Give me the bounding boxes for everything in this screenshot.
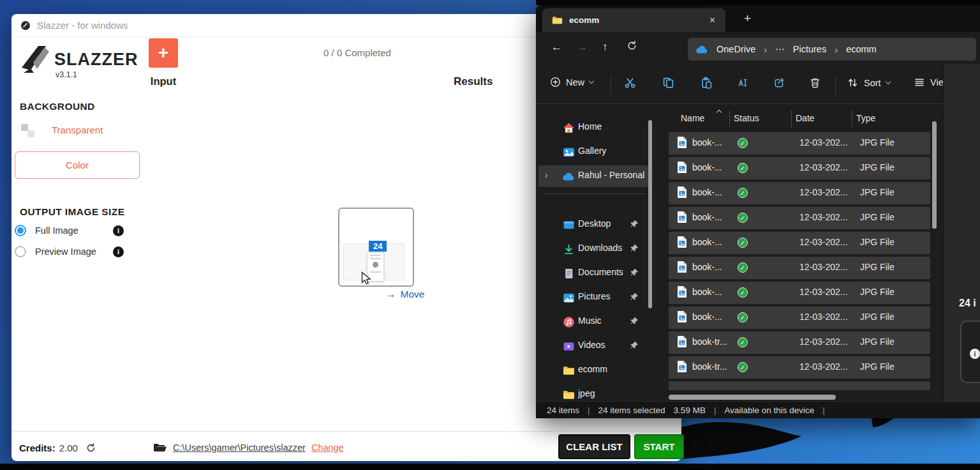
refresh-button[interactable]	[627, 40, 637, 51]
vertical-scrollbar[interactable]	[932, 121, 937, 229]
sidebar-item-videos[interactable]: Videos	[536, 334, 657, 358]
explorer-tab-ecomm[interactable]: ecomm ×	[542, 8, 725, 32]
column-divider[interactable]	[852, 110, 852, 127]
tab-close-icon[interactable]: ×	[707, 15, 718, 26]
file-type: JPG File	[860, 361, 895, 372]
cut-button[interactable]	[624, 77, 636, 89]
add-input-button[interactable]: +	[149, 38, 178, 68]
sort-button[interactable]: Sort	[847, 77, 890, 89]
file-rows: book-... ✓ 12-03-202... JPG File book-..…	[664, 132, 944, 393]
horizontal-scrollbar[interactable]	[669, 395, 836, 400]
transparent-option[interactable]: Transparent	[21, 123, 103, 137]
jpg-file-icon	[677, 236, 687, 248]
column-header-type[interactable]: Type	[856, 113, 875, 123]
radio-full-image[interactable]: Full Image i	[15, 225, 124, 236]
jpg-file-icon	[677, 186, 687, 199]
sidebar-item-gallery[interactable]: Gallery	[536, 140, 657, 164]
desktop-icon	[563, 219, 575, 231]
start-button[interactable]: START	[634, 434, 684, 459]
file-type: JPG File	[860, 287, 895, 297]
breadcrumb-ecomm[interactable]: ecomm	[846, 44, 877, 54]
output-path-link[interactable]: C:\Users\gamer\Pictures\slazzer	[173, 443, 306, 453]
input-column-label: Input	[144, 75, 182, 87]
column-header-name[interactable]: Name	[681, 113, 704, 123]
breadcrumb-pictures[interactable]: Pictures	[793, 44, 826, 54]
column-divider[interactable]	[729, 110, 730, 127]
file-row[interactable]: book-tr... ✓ 12-03-202... JPG File	[669, 356, 930, 379]
move-arrow-icon: →	[386, 289, 396, 300]
file-list-header: Name Status Date Type	[664, 109, 944, 128]
column-header-status[interactable]: Status	[734, 113, 759, 123]
new-button-label: New	[566, 77, 584, 87]
file-row[interactable]: book-... ✓ 12-03-202... JPG File	[669, 157, 930, 179]
progress-counter: 0 / 0 Completed	[290, 47, 424, 58]
radio-preview-image[interactable]: Preview Image i	[15, 246, 124, 257]
radio-selected-icon[interactable]	[15, 225, 26, 236]
info-icon[interactable]: i	[113, 246, 124, 257]
output-size-section-title: OUTPUT IMAGE SIZE	[20, 206, 124, 218]
jpg-file-icon	[677, 335, 687, 348]
file-row[interactable]: book-... ✓ 12-03-202... JPG File	[669, 182, 930, 204]
jpg-file-icon	[677, 211, 687, 224]
file-row-partial[interactable]	[669, 381, 930, 390]
refresh-credits-icon[interactable]	[85, 443, 96, 453]
status-separator: |	[822, 406, 825, 415]
sidebar-item-documents[interactable]: Documents	[536, 261, 657, 285]
breadcrumb-onedrive[interactable]: OneDrive	[716, 44, 755, 54]
sync-ok-icon: ✓	[738, 287, 748, 298]
delete-button[interactable]	[809, 77, 821, 89]
info-icon[interactable]: i	[113, 225, 124, 236]
sidebar-item-ecomm[interactable]: ecomm	[536, 358, 657, 383]
sort-ascending-icon	[716, 110, 722, 115]
check-glyph: ✓	[740, 140, 745, 147]
sidebar-item-downloads[interactable]: Downloads	[536, 237, 657, 261]
file-row[interactable]: book-... ✓ 12-03-202... JPG File	[669, 257, 930, 279]
file-date: 12-03-202...	[799, 287, 848, 297]
radio-unselected-icon[interactable]	[15, 246, 26, 257]
file-date: 12-03-202...	[799, 361, 848, 372]
sidebar-item-music[interactable]: Music	[536, 310, 657, 334]
new-tab-button[interactable]: +	[739, 10, 756, 27]
file-row[interactable]: book-tr... ✓ 12-03-202... JPG File	[669, 331, 930, 354]
sidebar-scrollbar[interactable]	[648, 120, 652, 308]
background-window-edge: 24 i i	[943, 64, 980, 402]
file-date: 12-03-202...	[799, 212, 848, 222]
column-divider[interactable]	[791, 110, 792, 127]
forward-button[interactable]: →	[577, 41, 588, 54]
file-row[interactable]: book-... ✓ 12-03-202... JPG File	[669, 232, 930, 254]
file-row[interactable]: book-... ✓ 12-03-202... JPG File	[669, 207, 930, 229]
sync-ok-icon: ✓	[738, 312, 748, 322]
pin-icon	[630, 341, 639, 349]
slazzer-app-icon	[20, 20, 31, 31]
paste-button[interactable]	[701, 77, 713, 89]
back-button[interactable]: ←	[551, 41, 562, 54]
pin-icon	[630, 292, 639, 301]
credits-label: Credits:	[19, 443, 56, 453]
chevron-expand-icon[interactable]: ›	[545, 170, 548, 180]
sidebar-item-onedrive-personal[interactable]: › Rahul - Personal	[536, 164, 657, 188]
file-row[interactable]: book-... ✓ 12-03-202... JPG File	[669, 307, 930, 329]
drag-count-badge: 24	[369, 241, 387, 252]
file-row[interactable]: book-... ✓ 12-03-202... JPG File	[669, 282, 930, 304]
column-header-date[interactable]: Date	[796, 113, 815, 123]
rename-button[interactable]	[737, 77, 749, 89]
sidebar-item-jpeg[interactable]: jpeg	[536, 383, 657, 402]
color-button[interactable]: Color	[15, 151, 140, 179]
check-glyph: ✓	[740, 264, 745, 271]
share-button[interactable]	[773, 77, 785, 89]
sidebar-item-pictures[interactable]: Pictures	[536, 285, 657, 310]
clear-list-button[interactable]: CLEAR LIST	[558, 434, 630, 459]
sidebar-item-home[interactable]: Home	[536, 116, 657, 140]
drag-move-hint: → Move	[386, 289, 424, 300]
move-label: Move	[401, 289, 425, 300]
address-bar[interactable]: OneDrive › ⋯ Pictures › ecomm	[688, 38, 976, 61]
sidebar-item-desktop[interactable]: Desktop	[536, 213, 657, 237]
background-window-text: 24 i	[959, 298, 976, 309]
change-path-link[interactable]: Change	[311, 443, 344, 453]
up-button[interactable]: ↑	[602, 41, 608, 54]
copy-button[interactable]	[662, 77, 674, 89]
file-row[interactable]: book-... ✓ 12-03-202... JPG File	[669, 132, 930, 155]
new-button[interactable]: New	[550, 77, 593, 87]
drag-drop-target[interactable]: 24	[338, 208, 414, 287]
breadcrumb-collapsed[interactable]: ⋯	[775, 44, 785, 54]
